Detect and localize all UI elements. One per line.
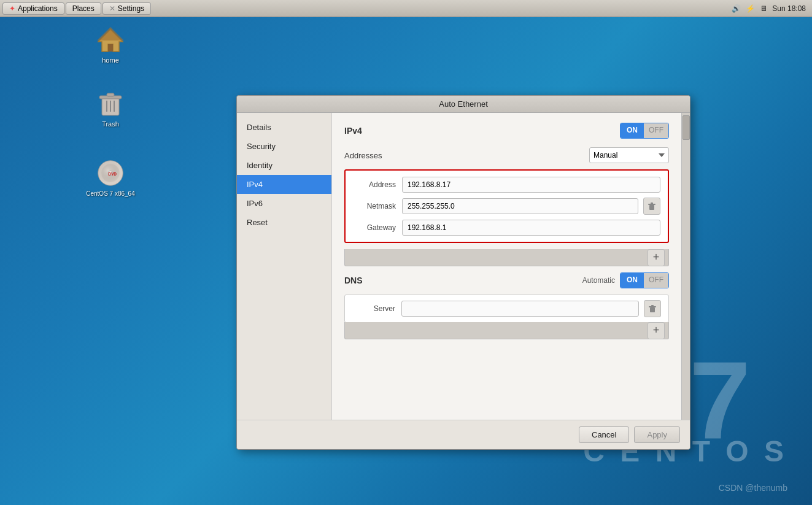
address-input[interactable] (402, 177, 660, 193)
addresses-mode-select[interactable]: Manual Automatic (DHCP) Link-Local Only … (589, 147, 669, 163)
server-input[interactable] (401, 301, 639, 317)
bluetooth-icon: ⚡ (746, 4, 755, 13)
dvd-icon: DVD (96, 157, 125, 189)
trash-small-icon (648, 202, 656, 210)
dns-header: DNS Automatic ON OFF (344, 272, 669, 288)
address-label: Address (353, 180, 402, 189)
server-label: Server (352, 304, 401, 313)
nav-item-details[interactable]: Details (237, 118, 331, 137)
dvd-icon-label: CentOS 7 x86_64 (86, 190, 135, 197)
gateway-input[interactable] (402, 220, 660, 236)
ipv4-toggle[interactable]: ON OFF (620, 123, 669, 139)
home-icon-label: home (102, 56, 119, 64)
applications-label: Applications (18, 4, 58, 13)
svg-rect-1 (108, 44, 113, 52)
ipv4-toggle-on[interactable]: ON (621, 123, 644, 138)
ipv4-section-header: IPv4 ON OFF (344, 123, 669, 139)
svg-point-13 (98, 161, 123, 186)
dialog-titlebar: Auto Ethernet (237, 96, 690, 113)
cancel-button[interactable]: Cancel (579, 426, 629, 443)
apply-button[interactable]: Apply (634, 426, 680, 443)
gateway-label: Gateway (353, 223, 402, 232)
taskbar-right: 🔊 ⚡ 🖥 Sun 18:08 (732, 4, 812, 13)
dns-toggle-off[interactable]: OFF (644, 273, 668, 288)
sidebar-nav: Details Security Identity IPv4 IPv6 Rese… (237, 113, 332, 420)
volume-icon: 🔊 (732, 4, 741, 13)
dialog-title: Auto Ethernet (439, 99, 488, 109)
taskbar-left: ✦ Applications Places ✕ Settings (0, 2, 151, 15)
applications-icon: ✦ (9, 4, 15, 13)
trash-icon-label: Trash (102, 120, 119, 128)
settings-label: Settings (118, 4, 144, 13)
svg-rect-16 (651, 202, 653, 204)
dvd-icon-img: DVD (96, 158, 125, 188)
netmask-label: Netmask (353, 202, 402, 210)
ipv4-toggle-off[interactable]: OFF (644, 123, 668, 138)
addresses-label: Addresses (344, 151, 382, 160)
nav-item-identity[interactable]: Identity (237, 156, 331, 175)
desktop-icon-home[interactable]: home (86, 25, 135, 64)
screen-icon: 🖥 (760, 4, 767, 13)
nav-item-ipv6[interactable]: IPv6 (237, 194, 331, 213)
dialog-body: Details Security Identity IPv4 IPv6 Rese… (237, 113, 690, 420)
settings-menu[interactable]: ✕ Settings (102, 2, 151, 15)
trash-server-icon (648, 304, 657, 313)
clock: Sun 18:08 (772, 4, 806, 13)
dns-toggle[interactable]: ON OFF (620, 272, 669, 288)
svg-rect-5 (107, 93, 114, 96)
places-menu[interactable]: Places (66, 2, 101, 15)
address-container: Address Netmask (344, 169, 669, 243)
scrollbar[interactable] (681, 113, 690, 420)
svg-rect-19 (651, 305, 654, 307)
trash-icon-img (96, 88, 125, 118)
home-icon-img (96, 25, 125, 54)
ipv4-title: IPv4 (344, 126, 362, 136)
svg-rect-17 (650, 307, 655, 312)
applications-menu[interactable]: ✦ Applications (2, 2, 64, 15)
server-row: Server (352, 300, 661, 317)
dns-right: Automatic ON OFF (582, 272, 669, 288)
settings-icon: ✕ (109, 4, 115, 13)
svg-marker-2 (97, 27, 124, 40)
taskbar: ✦ Applications Places ✕ Settings 🔊 ⚡ 🖥 S… (0, 0, 812, 17)
server-add-bar: + (344, 322, 669, 339)
dialog-footer: Cancel Apply (237, 420, 690, 449)
delete-address-button[interactable] (643, 198, 660, 215)
address-row: Address (353, 177, 660, 193)
server-container: Server (344, 295, 669, 323)
add-address-button[interactable]: + (648, 249, 665, 266)
svg-rect-14 (649, 205, 654, 210)
delete-server-button[interactable] (644, 300, 661, 317)
csdn-text: CSDN @thenumb (719, 483, 787, 493)
gateway-row: Gateway (353, 220, 660, 236)
netmask-row: Netmask (353, 198, 660, 215)
main-content: IPv4 ON OFF Addresses Manual Automatic (… (332, 113, 681, 420)
netmask-input[interactable] (402, 198, 638, 214)
places-label: Places (72, 4, 95, 13)
nav-item-ipv4[interactable]: IPv4 (237, 175, 331, 194)
automatic-label: Automatic (582, 276, 615, 285)
trash-icon (96, 88, 125, 118)
desktop-icons: home Trash DVD (86, 25, 135, 197)
dialog-window: Auto Ethernet Details Security Identity … (236, 95, 690, 450)
scroll-thumb[interactable] (682, 115, 690, 140)
dns-toggle-on[interactable]: ON (621, 273, 644, 288)
add-server-button[interactable]: + (648, 322, 665, 339)
home-icon (96, 25, 125, 54)
nav-item-security[interactable]: Security (237, 137, 331, 156)
dns-title: DNS (344, 276, 363, 285)
desktop-icon-dvd[interactable]: DVD CentOS 7 x86_64 (86, 158, 135, 197)
addresses-header: Addresses Manual Automatic (DHCP) Link-L… (344, 147, 669, 163)
nav-item-reset[interactable]: Reset (237, 213, 331, 232)
address-add-bar: + (344, 249, 669, 266)
desktop-icon-trash[interactable]: Trash (86, 88, 135, 128)
